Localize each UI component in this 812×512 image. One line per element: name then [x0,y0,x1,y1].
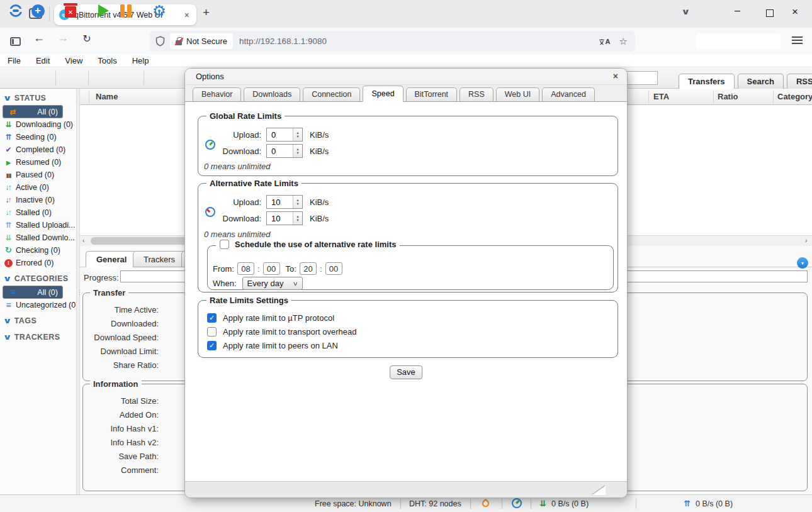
when-select[interactable]: Every day ∨ [242,277,303,290]
back-button[interactable]: ← [31,31,47,45]
transport-overhead-checkbox[interactable] [207,327,217,337]
reload-button[interactable]: ↻ [79,33,94,45]
list-icon [8,287,18,297]
sidebar-item-downloading[interactable]: Downloading (0) [0,118,76,131]
toolbar-extension-area[interactable] [696,33,781,50]
shield-icon[interactable] [155,36,165,47]
sidebar-item-stalled-downloading[interactable]: Stalled Downlo... [0,231,76,244]
options-button[interactable]: ⚙ [150,0,168,21]
column-eta[interactable]: ETA [653,92,669,101]
tab-general[interactable]: General [86,251,137,267]
tab-search[interactable]: Search [738,74,784,89]
tab-rss-options[interactable]: RSS [460,87,493,101]
trackers-section-header[interactable]: ∨ TRACKERS [0,330,76,344]
sidebar-item-stalled-uploading[interactable]: Stalled Uploadi... [0,219,76,231]
add-torrent-link-button[interactable] [8,0,24,21]
menu-help[interactable]: Help [125,56,157,65]
tab-advanced[interactable]: Advanced [542,87,595,101]
window-minimize-button[interactable]: – [735,5,740,16]
menu-edit[interactable]: Edit [28,56,57,65]
tab-close-icon[interactable]: × [183,10,191,20]
sidebar-item-errored[interactable]: Errored (0) [0,257,76,269]
column-ratio[interactable]: Ratio [718,92,738,101]
address-bar[interactable]: Not Secure http://192.168.1.1:9080 A ☆ [149,31,635,52]
sidebar-item-paused[interactable]: Paused (0) [0,169,76,181]
tab-rss[interactable]: RSS [787,74,812,89]
categories-section-header[interactable]: ∨ CATEGORIES [0,272,76,286]
tab-list-chevron-icon[interactable]: ∨ [681,7,691,16]
alt-unlimited-note: 0 means unlimited [204,230,271,239]
tab-downloads[interactable]: Downloads [244,87,300,101]
sidebar-item-inactive[interactable]: Inactive (0) [0,194,76,206]
tab-bittorrent[interactable]: BitTorrent [406,87,458,101]
global-download-limit-input[interactable]: 0 ▲▼ [266,144,303,158]
tags-section-header[interactable]: ∨ TAGS [0,314,76,328]
menu-view[interactable]: View [57,56,90,65]
dialog-resize-handle[interactable] [592,486,606,495]
panel-collapse-icon[interactable] [797,257,808,269]
spinner-buttons[interactable]: ▲▼ [293,145,302,157]
column-category[interactable]: Category [777,92,812,101]
tab-trackers[interactable]: Trackers [133,251,186,267]
sidebar-category-uncategorized[interactable]: Uncategorized (0) [0,299,76,311]
alt-download-limit-input[interactable]: 10 ▲▼ [266,211,303,225]
global-upload-limit-input[interactable]: 0 ▲▼ [266,128,303,142]
security-chip[interactable]: Not Secure [170,33,233,49]
alt-upload-limit-input[interactable]: 10 ▲▼ [266,195,303,209]
schedule-checkbox[interactable] [220,240,229,249]
sidebar-item-active[interactable]: Active (0) [0,181,76,194]
sidebar-item-completed[interactable]: Completed (0) [0,143,76,156]
sidebar-item-all[interactable]: All (0) [3,105,63,118]
sidebar-item-stalled[interactable]: Stalled (0) [0,206,76,219]
dialog-title-bar[interactable]: Options × [185,69,627,85]
unlimited-note: 0 means unlimited [204,162,271,171]
status-section-header[interactable]: ∨ STATUS [0,91,76,105]
upload-arrows-icon: ⇈ [684,499,691,508]
alt-upload-label: Upload: [222,198,261,207]
delete-button[interactable]: ✕ [62,0,79,21]
tab-speed[interactable]: Speed [363,86,403,102]
new-tab-button[interactable]: + [203,6,210,19]
download-limit-label: Download Limit: [83,345,159,359]
alt-speed-toggle-icon[interactable] [512,498,522,508]
scroll-right-icon[interactable]: › [805,237,807,244]
menu-hamburger-icon[interactable] [792,40,803,41]
translate-icon[interactable]: A [599,38,611,45]
tab-connection[interactable]: Connection [303,87,360,101]
menu-tools[interactable]: Tools [90,56,124,65]
download-speed-status: 0 B/s (0 B) [551,499,589,508]
sidebar-item-resumed[interactable]: Resumed (0) [0,156,76,169]
scroll-left-icon[interactable]: ‹ [82,237,84,244]
sidebar-item-seeding[interactable]: Seeding (0) [0,131,76,143]
bookmark-star-icon[interactable]: ☆ [619,36,628,47]
window-maximize-button[interactable] [766,9,774,17]
tab-transfers[interactable]: Transfers [679,74,735,89]
window-close-button[interactable]: × [792,6,798,18]
sidebar-item-checking[interactable]: Checking (0) [0,244,76,257]
resume-button[interactable] [95,0,111,21]
tab-behavior[interactable]: Behavior [193,87,241,101]
menu-file[interactable]: File [0,56,28,65]
peers-on-lan-checkbox[interactable] [207,341,217,350]
sidebar-toggle-icon[interactable] [10,37,21,46]
spinner-buttons[interactable]: ▲▼ [293,196,302,208]
add-torrent-file-button[interactable]: + [30,0,46,21]
utp-rate-limit-checkbox[interactable] [207,313,217,323]
spinner-buttons[interactable]: ▲▼ [293,128,302,141]
browser-window: qb qBittorrent v4.6.7 Web UI × + ∨ – × ←… [0,0,812,512]
refresh-icon [3,246,14,255]
save-button[interactable]: Save [390,365,422,379]
dialog-close-icon[interactable]: × [611,71,621,81]
to-minute-input[interactable]: 00 [325,262,342,275]
from-hour-input[interactable]: 08 [237,262,254,275]
url-text[interactable]: http://192.168.1.1:9080 [239,36,599,46]
column-name[interactable]: Name [96,92,118,101]
to-hour-input[interactable]: 20 [300,262,317,275]
pause-button[interactable] [117,0,135,21]
from-minute-input[interactable]: 00 [263,262,280,275]
alternative-rate-limits-fieldset: Alternative Rate Limits Upload: 10 ▲▼ Ki… [198,183,618,292]
spinner-buttons[interactable]: ▲▼ [293,212,302,225]
pause-icon [3,170,14,180]
tab-webui[interactable]: Web UI [496,87,539,101]
sidebar-category-all[interactable]: All (0) [3,286,63,299]
